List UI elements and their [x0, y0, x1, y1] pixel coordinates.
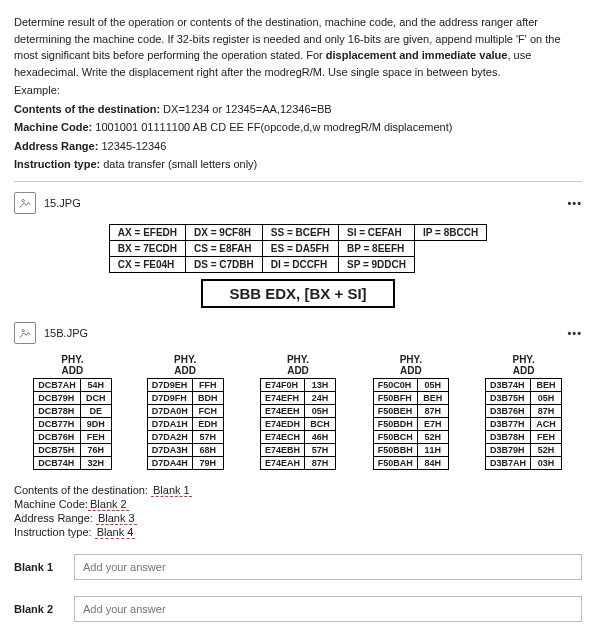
- attachment-menu-icon[interactable]: •••: [567, 197, 582, 209]
- blank-1-input[interactable]: [74, 554, 582, 580]
- image-icon: [14, 322, 36, 344]
- instructions-text: Determine result of the operation or con…: [14, 14, 582, 173]
- mem-table-3: E74F0H13H E74EFH24H E74EEH05H E74EDHBCH …: [260, 378, 336, 470]
- answer-key-lines: Contents of the destination: Blank 1 Mac…: [14, 484, 582, 538]
- attachment-menu-icon[interactable]: •••: [567, 327, 582, 339]
- svg-point-1: [22, 329, 24, 331]
- svg-point-0: [22, 199, 24, 201]
- mem-table-2: D7D9EHFFH D7D9FHBDH D7DA0HFCH D7DA1HEDH …: [147, 378, 224, 470]
- mem-table-1: DCB7AH54H DCB79HDCH DCB78HDE DCB77H9DH D…: [33, 378, 112, 470]
- attachment-row-15: 15.JPG •••: [14, 192, 582, 214]
- blank-2-label: Blank 2: [14, 603, 62, 615]
- attachment-filename[interactable]: 15B.JPG: [44, 327, 88, 339]
- mem-table-5: D3B74HBEH D3B75H05H D3B76H87H D3B77HACH …: [485, 378, 562, 470]
- blank-2-input[interactable]: [74, 596, 582, 622]
- divider: [14, 181, 582, 182]
- attachment-row-15b: 15B.JPG •••: [14, 322, 582, 344]
- register-table: AX = EFEDHDX = 9CF8HSS = BCEFHSI = CEFAH…: [109, 224, 487, 273]
- attachment-filename[interactable]: 15.JPG: [44, 197, 81, 209]
- memory-tables: PHY.ADD DCB7AH54H DCB79HDCH DCB78HDE DCB…: [14, 354, 582, 474]
- image-icon: [14, 192, 36, 214]
- blank-1-label: Blank 1: [14, 561, 62, 573]
- mem-table-4: F50C0H05H F50BFHBEH F50BEH87H F50BDHE7H …: [373, 378, 449, 470]
- instruction-box: SBB EDX, [BX + SI]: [201, 279, 394, 308]
